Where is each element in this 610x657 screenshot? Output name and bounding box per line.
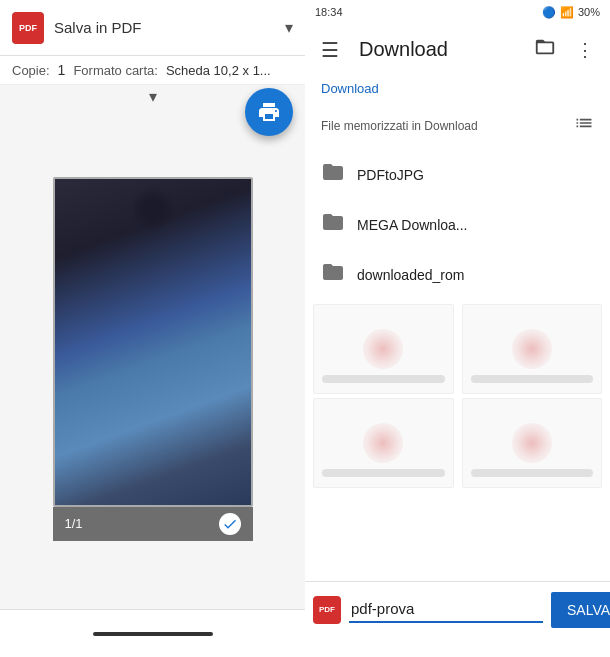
blurred-text-1 xyxy=(322,375,445,383)
page-counter-bar: 1/1 xyxy=(53,507,253,541)
hamburger-icon[interactable]: ☰ xyxy=(313,30,347,70)
bottom-nav-right xyxy=(305,637,610,657)
preview-area: 1/1 xyxy=(0,108,305,609)
dropdown-arrow-icon[interactable]: ▾ xyxy=(285,18,293,37)
toolbar-title: Download xyxy=(351,38,522,61)
print-fab-button[interactable] xyxy=(245,88,293,136)
copies-row: Copie: 1 Formato carta: Scheda 10,2 x 1.… xyxy=(0,56,305,85)
right-toolbar: ☰ Download ⋮ xyxy=(305,24,610,75)
status-bar: 18:34 🔵 📶 30% xyxy=(305,0,610,24)
toolbar-more-icon[interactable]: ⋮ xyxy=(568,31,602,69)
format-value: Scheda 10,2 x 1... xyxy=(166,63,271,78)
filename-input[interactable] xyxy=(349,596,543,623)
copies-label: Copie: xyxy=(12,63,50,78)
battery-icon: 30% xyxy=(578,6,600,18)
blurred-circle-4 xyxy=(512,423,552,463)
bottom-nav-left xyxy=(0,609,305,657)
toolbar-folder-icon[interactable] xyxy=(526,28,564,71)
salva-button[interactable]: SALVA xyxy=(551,592,610,628)
blurred-text-3 xyxy=(322,469,445,477)
save-bar: PDF SALVA xyxy=(305,581,610,637)
files-header-label: File memorizzati in Download xyxy=(321,119,478,133)
blurred-circle-3 xyxy=(363,423,403,463)
folder-name-pdftojpg: PDFtoJPG xyxy=(357,167,424,183)
folder-item-pdftojpg[interactable]: PDFtoJPG xyxy=(305,150,610,200)
breadcrumb: Download xyxy=(305,75,610,105)
list-view-icon[interactable] xyxy=(574,113,594,138)
folder-item-mega[interactable]: MEGA Downloa... xyxy=(305,200,610,250)
breadcrumb-link[interactable]: Download xyxy=(321,81,379,96)
blurred-card-1 xyxy=(313,304,454,394)
blurred-text-4 xyxy=(471,469,594,477)
blurred-row-2 xyxy=(313,398,602,488)
folder-icon-mega xyxy=(321,210,345,240)
bluetooth-icon: 🔵 xyxy=(542,6,556,19)
wifi-icon: 📶 xyxy=(560,6,574,19)
pdf-icon: PDF xyxy=(12,12,44,44)
folder-name-mega: MEGA Downloa... xyxy=(357,217,468,233)
blurred-circle-1 xyxy=(363,329,403,369)
left-header: PDF Salva in PDF ▾ xyxy=(0,0,305,56)
status-icons: 🔵 📶 30% xyxy=(542,6,600,19)
right-panel: 18:34 🔵 📶 30% ☰ Download ⋮ Download File… xyxy=(305,0,610,657)
folder-icon-downloaded-rom xyxy=(321,260,345,290)
blurred-card-3 xyxy=(313,398,454,488)
files-header: File memorizzati in Download xyxy=(305,105,610,146)
blurred-text-2 xyxy=(471,375,594,383)
status-time: 18:34 xyxy=(315,6,343,18)
format-label: Formato carta: xyxy=(73,63,158,78)
preview-frame xyxy=(53,177,253,507)
folder-list: PDFtoJPG MEGA Downloa... downloaded_rom xyxy=(305,146,610,304)
blurred-files-area xyxy=(305,304,610,581)
left-panel: PDF Salva in PDF ▾ Copie: 1 Formato cart… xyxy=(0,0,305,657)
check-icon xyxy=(219,513,241,535)
folder-name-downloaded-rom: downloaded_rom xyxy=(357,267,464,283)
save-pdf-icon: PDF xyxy=(313,596,341,624)
folder-icon-pdftojpg xyxy=(321,160,345,190)
copies-value[interactable]: 1 xyxy=(58,62,66,78)
nav-bar-indicator xyxy=(93,632,213,636)
blurred-row-1 xyxy=(313,304,602,394)
blurred-circle-2 xyxy=(512,329,552,369)
page-counter-text: 1/1 xyxy=(65,516,83,531)
left-title: Salva in PDF xyxy=(54,19,275,36)
folder-item-downloaded-rom[interactable]: downloaded_rom xyxy=(305,250,610,300)
blurred-card-2 xyxy=(462,304,603,394)
blurred-card-4 xyxy=(462,398,603,488)
